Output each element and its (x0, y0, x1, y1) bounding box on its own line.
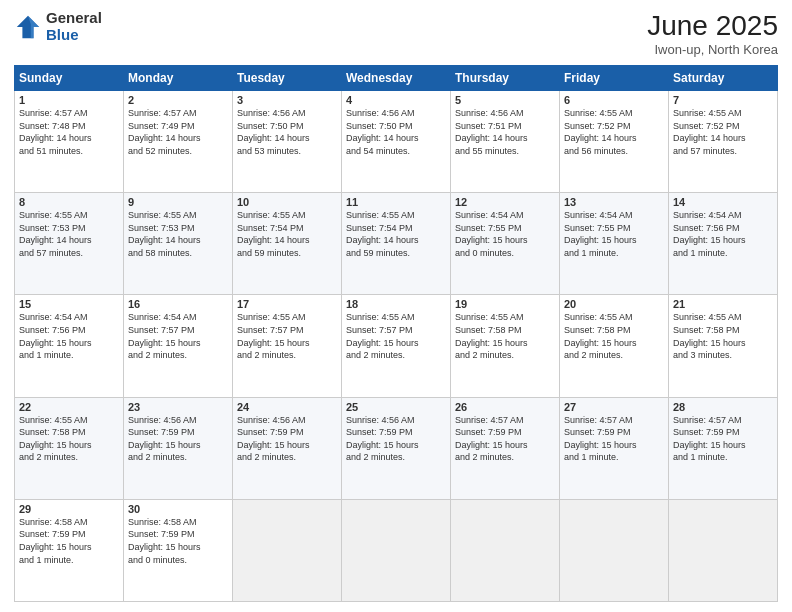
calendar-cell: 23Sunrise: 4:56 AM Sunset: 7:59 PM Dayli… (124, 397, 233, 499)
calendar-cell: 26Sunrise: 4:57 AM Sunset: 7:59 PM Dayli… (451, 397, 560, 499)
weekday-header-tuesday: Tuesday (233, 66, 342, 91)
day-info: Sunrise: 4:57 AM Sunset: 7:59 PM Dayligh… (564, 414, 664, 464)
calendar-cell: 22Sunrise: 4:55 AM Sunset: 7:58 PM Dayli… (15, 397, 124, 499)
day-number: 1 (19, 94, 119, 106)
calendar-cell: 14Sunrise: 4:54 AM Sunset: 7:56 PM Dayli… (669, 193, 778, 295)
day-number: 6 (564, 94, 664, 106)
calendar-cell (342, 499, 451, 601)
day-number: 24 (237, 401, 337, 413)
day-info: Sunrise: 4:56 AM Sunset: 7:59 PM Dayligh… (346, 414, 446, 464)
calendar-week-3: 15Sunrise: 4:54 AM Sunset: 7:56 PM Dayli… (15, 295, 778, 397)
day-info: Sunrise: 4:54 AM Sunset: 7:55 PM Dayligh… (564, 209, 664, 259)
day-info: Sunrise: 4:55 AM Sunset: 7:53 PM Dayligh… (128, 209, 228, 259)
calendar-cell: 20Sunrise: 4:55 AM Sunset: 7:58 PM Dayli… (560, 295, 669, 397)
day-info: Sunrise: 4:54 AM Sunset: 7:57 PM Dayligh… (128, 311, 228, 361)
calendar-cell: 16Sunrise: 4:54 AM Sunset: 7:57 PM Dayli… (124, 295, 233, 397)
calendar-week-5: 29Sunrise: 4:58 AM Sunset: 7:59 PM Dayli… (15, 499, 778, 601)
day-info: Sunrise: 4:57 AM Sunset: 7:59 PM Dayligh… (455, 414, 555, 464)
calendar-cell: 10Sunrise: 4:55 AM Sunset: 7:54 PM Dayli… (233, 193, 342, 295)
page: General Blue June 2025 Iwon-up, North Ko… (0, 0, 792, 612)
calendar-cell: 18Sunrise: 4:55 AM Sunset: 7:57 PM Dayli… (342, 295, 451, 397)
day-info: Sunrise: 4:56 AM Sunset: 7:50 PM Dayligh… (237, 107, 337, 157)
day-number: 29 (19, 503, 119, 515)
calendar-cell (451, 499, 560, 601)
day-info: Sunrise: 4:58 AM Sunset: 7:59 PM Dayligh… (19, 516, 119, 566)
calendar-week-1: 1Sunrise: 4:57 AM Sunset: 7:48 PM Daylig… (15, 91, 778, 193)
calendar-cell: 2Sunrise: 4:57 AM Sunset: 7:49 PM Daylig… (124, 91, 233, 193)
day-info: Sunrise: 4:56 AM Sunset: 7:59 PM Dayligh… (128, 414, 228, 464)
calendar-cell (233, 499, 342, 601)
calendar-week-2: 8Sunrise: 4:55 AM Sunset: 7:53 PM Daylig… (15, 193, 778, 295)
calendar-cell: 6Sunrise: 4:55 AM Sunset: 7:52 PM Daylig… (560, 91, 669, 193)
day-number: 21 (673, 298, 773, 310)
day-number: 4 (346, 94, 446, 106)
day-info: Sunrise: 4:55 AM Sunset: 7:52 PM Dayligh… (673, 107, 773, 157)
title-location: Iwon-up, North Korea (647, 42, 778, 57)
calendar-cell: 9Sunrise: 4:55 AM Sunset: 7:53 PM Daylig… (124, 193, 233, 295)
calendar-cell: 5Sunrise: 4:56 AM Sunset: 7:51 PM Daylig… (451, 91, 560, 193)
weekday-header-sunday: Sunday (15, 66, 124, 91)
day-info: Sunrise: 4:56 AM Sunset: 7:50 PM Dayligh… (346, 107, 446, 157)
day-info: Sunrise: 4:57 AM Sunset: 7:49 PM Dayligh… (128, 107, 228, 157)
day-number: 18 (346, 298, 446, 310)
day-info: Sunrise: 4:56 AM Sunset: 7:59 PM Dayligh… (237, 414, 337, 464)
day-info: Sunrise: 4:55 AM Sunset: 7:58 PM Dayligh… (19, 414, 119, 464)
day-number: 15 (19, 298, 119, 310)
day-number: 14 (673, 196, 773, 208)
calendar-cell: 30Sunrise: 4:58 AM Sunset: 7:59 PM Dayli… (124, 499, 233, 601)
day-info: Sunrise: 4:55 AM Sunset: 7:54 PM Dayligh… (237, 209, 337, 259)
day-number: 2 (128, 94, 228, 106)
calendar-header-row: SundayMondayTuesdayWednesdayThursdayFrid… (15, 66, 778, 91)
day-info: Sunrise: 4:57 AM Sunset: 7:48 PM Dayligh… (19, 107, 119, 157)
day-info: Sunrise: 4:54 AM Sunset: 7:56 PM Dayligh… (673, 209, 773, 259)
weekday-header-wednesday: Wednesday (342, 66, 451, 91)
calendar-cell: 13Sunrise: 4:54 AM Sunset: 7:55 PM Dayli… (560, 193, 669, 295)
day-info: Sunrise: 4:55 AM Sunset: 7:57 PM Dayligh… (237, 311, 337, 361)
day-info: Sunrise: 4:57 AM Sunset: 7:59 PM Dayligh… (673, 414, 773, 464)
title-month: June 2025 (647, 10, 778, 42)
day-info: Sunrise: 4:55 AM Sunset: 7:57 PM Dayligh… (346, 311, 446, 361)
day-info: Sunrise: 4:54 AM Sunset: 7:56 PM Dayligh… (19, 311, 119, 361)
day-number: 17 (237, 298, 337, 310)
calendar-cell: 15Sunrise: 4:54 AM Sunset: 7:56 PM Dayli… (15, 295, 124, 397)
day-number: 22 (19, 401, 119, 413)
calendar-cell: 25Sunrise: 4:56 AM Sunset: 7:59 PM Dayli… (342, 397, 451, 499)
weekday-header-monday: Monday (124, 66, 233, 91)
day-info: Sunrise: 4:55 AM Sunset: 7:58 PM Dayligh… (455, 311, 555, 361)
day-number: 27 (564, 401, 664, 413)
day-number: 20 (564, 298, 664, 310)
calendar-cell: 7Sunrise: 4:55 AM Sunset: 7:52 PM Daylig… (669, 91, 778, 193)
calendar-cell: 3Sunrise: 4:56 AM Sunset: 7:50 PM Daylig… (233, 91, 342, 193)
calendar-cell: 12Sunrise: 4:54 AM Sunset: 7:55 PM Dayli… (451, 193, 560, 295)
calendar-table: SundayMondayTuesdayWednesdayThursdayFrid… (14, 65, 778, 602)
day-number: 10 (237, 196, 337, 208)
calendar-cell: 19Sunrise: 4:55 AM Sunset: 7:58 PM Dayli… (451, 295, 560, 397)
title-block: June 2025 Iwon-up, North Korea (647, 10, 778, 57)
logo-general-text: General (46, 10, 102, 27)
day-number: 19 (455, 298, 555, 310)
day-info: Sunrise: 4:55 AM Sunset: 7:58 PM Dayligh… (564, 311, 664, 361)
day-number: 16 (128, 298, 228, 310)
day-number: 30 (128, 503, 228, 515)
logo-icon (14, 13, 42, 41)
weekday-header-friday: Friday (560, 66, 669, 91)
day-info: Sunrise: 4:55 AM Sunset: 7:53 PM Dayligh… (19, 209, 119, 259)
calendar-cell: 24Sunrise: 4:56 AM Sunset: 7:59 PM Dayli… (233, 397, 342, 499)
day-info: Sunrise: 4:58 AM Sunset: 7:59 PM Dayligh… (128, 516, 228, 566)
calendar-cell: 11Sunrise: 4:55 AM Sunset: 7:54 PM Dayli… (342, 193, 451, 295)
day-number: 3 (237, 94, 337, 106)
calendar-cell: 21Sunrise: 4:55 AM Sunset: 7:58 PM Dayli… (669, 295, 778, 397)
calendar-cell (669, 499, 778, 601)
calendar-cell: 1Sunrise: 4:57 AM Sunset: 7:48 PM Daylig… (15, 91, 124, 193)
day-number: 7 (673, 94, 773, 106)
day-info: Sunrise: 4:56 AM Sunset: 7:51 PM Dayligh… (455, 107, 555, 157)
calendar-cell: 27Sunrise: 4:57 AM Sunset: 7:59 PM Dayli… (560, 397, 669, 499)
day-number: 25 (346, 401, 446, 413)
day-number: 11 (346, 196, 446, 208)
day-info: Sunrise: 4:55 AM Sunset: 7:54 PM Dayligh… (346, 209, 446, 259)
day-info: Sunrise: 4:55 AM Sunset: 7:58 PM Dayligh… (673, 311, 773, 361)
header: General Blue June 2025 Iwon-up, North Ko… (14, 10, 778, 57)
day-number: 12 (455, 196, 555, 208)
calendar-week-4: 22Sunrise: 4:55 AM Sunset: 7:58 PM Dayli… (15, 397, 778, 499)
day-number: 8 (19, 196, 119, 208)
